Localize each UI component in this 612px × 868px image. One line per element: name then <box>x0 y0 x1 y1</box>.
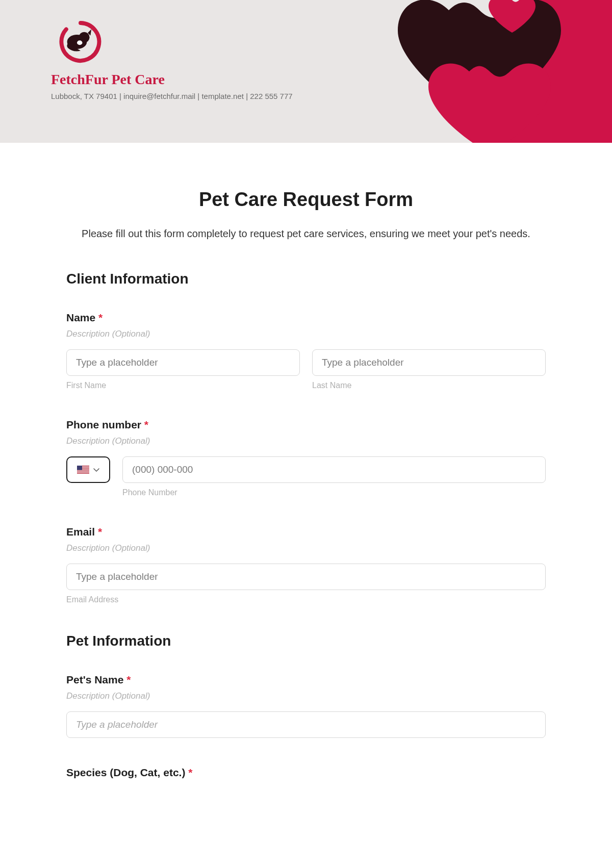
email-required: * <box>98 526 102 538</box>
field-species: Species (Dog, Cat, etc.) * <box>66 767 546 779</box>
phone-label-text: Phone number <box>66 419 141 430</box>
flag-us-icon <box>77 466 89 474</box>
name-row: First Name Last Name <box>66 349 546 390</box>
first-name-col: First Name <box>66 349 300 390</box>
last-name-sublabel: Last Name <box>312 381 546 390</box>
phone-desc: Description (Optional) <box>66 436 546 446</box>
pet-name-required: * <box>126 674 131 685</box>
email-desc: Description (Optional) <box>66 543 546 553</box>
first-name-sublabel: First Name <box>66 381 300 390</box>
phone-input-col: Phone Number <box>122 456 546 497</box>
svg-rect-8 <box>77 471 89 472</box>
form-intro: Please fill out this form completely to … <box>66 225 546 242</box>
svg-rect-9 <box>77 473 89 473</box>
last-name-input[interactable] <box>312 349 546 376</box>
field-name: Name * Description (Optional) First Name… <box>66 312 546 390</box>
phone-label: Phone number * <box>66 419 546 431</box>
field-pet-name: Pet's Name * Description (Optional) <box>66 674 546 738</box>
email-label: Email * <box>66 526 546 538</box>
svg-rect-10 <box>77 466 82 470</box>
first-name-input[interactable] <box>66 349 300 376</box>
pet-name-label-text: Pet's Name <box>66 674 123 685</box>
name-required: * <box>98 312 103 323</box>
pet-name-input[interactable] <box>66 711 546 738</box>
section-client-heading: Client Information <box>66 271 546 287</box>
email-label-text: Email <box>66 526 95 538</box>
chevron-down-icon <box>93 466 99 474</box>
email-sublabel: Email Address <box>66 595 546 604</box>
species-required: * <box>188 767 192 778</box>
email-input[interactable] <box>66 564 546 590</box>
section-pet-heading: Pet Information <box>66 633 546 649</box>
header-banner: FetchFur Pet Care Lubbock, TX 79401 | in… <box>0 0 612 143</box>
species-label-text: Species (Dog, Cat, etc.) <box>66 767 185 778</box>
svg-point-2 <box>77 40 83 45</box>
name-desc: Description (Optional) <box>66 329 546 339</box>
phone-input[interactable] <box>122 456 546 483</box>
phone-row: Phone Number <box>66 456 546 497</box>
name-label: Name * <box>66 312 546 324</box>
form-title: Pet Care Request Form <box>66 189 546 211</box>
field-email: Email * Description (Optional) Email Add… <box>66 526 546 604</box>
country-code-select[interactable] <box>66 456 110 483</box>
last-name-col: Last Name <box>312 349 546 390</box>
hearts-decoration <box>357 0 612 143</box>
pet-name-desc: Description (Optional) <box>66 691 546 701</box>
form-content: Pet Care Request Form Please fill out th… <box>0 143 612 804</box>
name-label-text: Name <box>66 312 95 323</box>
field-phone: Phone number * Description (Optional) <box>66 419 546 497</box>
phone-sublabel: Phone Number <box>122 488 546 497</box>
phone-required: * <box>144 419 148 430</box>
svg-rect-7 <box>77 470 89 471</box>
pet-name-label: Pet's Name * <box>66 674 546 686</box>
species-label: Species (Dog, Cat, etc.) * <box>66 767 546 779</box>
